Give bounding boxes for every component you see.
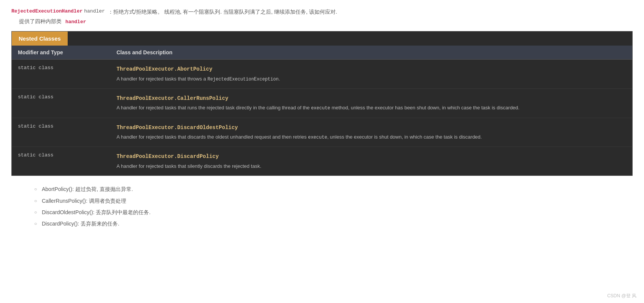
intro-desc2: 提供了四种内部类 [19, 18, 62, 24]
nested-classes-tab[interactable]: Nested Classes [12, 32, 68, 46]
table-row: static class ThreadPoolExecutor.AbortPol… [12, 60, 633, 89]
watermark: CSDN @登 风 [607, 293, 636, 299]
intro-line: RejectedExecutionHandler handler ：拒绝方式/拒… [11, 8, 633, 16]
class-cell: ThreadPoolExecutor.CallerRunsPolicy A ha… [111, 88, 633, 118]
desc-suffix-1: . [279, 76, 280, 82]
desc-suffix-2: method, unless the executor has been shu… [330, 105, 520, 110]
class-name-discard[interactable]: ThreadPoolExecutor.DiscardPolicy [117, 152, 627, 161]
desc-text-1a: A handler for rejected tasks that throws… [117, 76, 208, 82]
modifier-cell: static class [12, 147, 111, 176]
list-item: AbortPolicy(): 超过负荷, 直接抛出异常. [34, 185, 633, 193]
tab-row: Nested Classes [12, 32, 633, 46]
modifier-cell: static class [12, 60, 111, 89]
desc-code-2: execute [311, 106, 330, 111]
class-name-discard-oldest[interactable]: ThreadPoolExecutor.DiscardOldestPolicy [117, 123, 627, 132]
nested-classes-table: Nested Classes Modifier and Type Class a… [11, 31, 633, 176]
class-cell: ThreadPoolExecutor.AbortPolicy A handler… [111, 60, 633, 89]
list-item: DiscardOldestPolicy(): 丢弃队列中最老的任务. [34, 208, 633, 216]
table-row: static class ThreadPoolExecutor.DiscardP… [12, 147, 633, 176]
col-header-class: Class and Description [111, 46, 633, 60]
modifier-cell: static class [12, 118, 111, 147]
class-desc-caller: A handler for rejected tasks that runs t… [117, 105, 520, 110]
class-name-caller[interactable]: ThreadPoolExecutor.CallerRunsPolicy [117, 94, 627, 103]
handler-code2: handler [65, 19, 86, 25]
class-cell: ThreadPoolExecutor.DiscardPolicy A handl… [111, 147, 633, 176]
tab-cell: Nested Classes [12, 32, 633, 46]
modifier-cell: static class [12, 88, 111, 118]
desc-code-3: execute [308, 135, 327, 140]
table-row: static class ThreadPoolExecutor.CallerRu… [12, 88, 633, 118]
policy-list: AbortPolicy(): 超过负荷, 直接抛出异常. CallerRunsP… [34, 185, 633, 228]
intro-desc1: ：拒绝方式/拒绝策略。 线程池, 有一个阻塞队列. 当阻塞队列满了之后, 继续添… [108, 8, 337, 16]
intro-sub: 提供了四种内部类 handler [19, 18, 633, 25]
list-item: DiscardPolicy(): 丢弃新来的任务. [34, 219, 633, 228]
class-cell: ThreadPoolExecutor.DiscardOldestPolicy A… [111, 118, 633, 147]
col-header-modifier: Modifier and Type [12, 46, 111, 60]
desc-suffix-3: , unless the executor is shut down, in w… [327, 134, 482, 140]
desc-text-4a: A handler for rejected tasks that silent… [117, 163, 262, 169]
class-desc-discard-oldest: A handler for rejected tasks that discar… [117, 134, 482, 140]
handler-var: handler [84, 8, 105, 16]
desc-text-3a: A handler for rejected tasks that discar… [117, 134, 308, 140]
handler-type-code: RejectedExecutionHandler [11, 8, 82, 16]
desc-code-1: RejectedExecutionException [208, 77, 279, 82]
list-item: CallerRunsPolicy(): 调用者负责处理 [34, 197, 633, 205]
class-desc-discard: A handler for rejected tasks that silent… [117, 163, 262, 169]
desc-text-2a: A handler for rejected tasks that runs t… [117, 105, 311, 110]
class-name-abort[interactable]: ThreadPoolExecutor.AbortPolicy [117, 65, 627, 73]
class-desc-abort: A handler for rejected tasks that throws… [117, 76, 280, 82]
table-row: static class ThreadPoolExecutor.DiscardO… [12, 118, 633, 147]
col-header-row: Modifier and Type Class and Description [12, 46, 633, 60]
